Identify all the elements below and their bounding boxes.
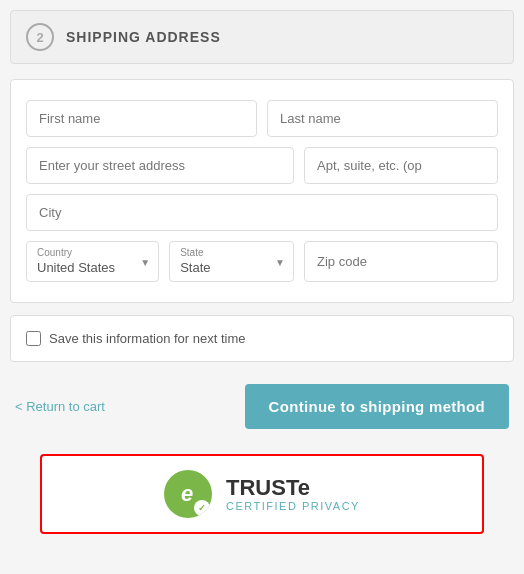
truste-e-letter: e bbox=[181, 481, 193, 507]
truste-subtitle: CERTIFIED PRIVACY bbox=[226, 500, 360, 512]
truste-check-icon: ✓ bbox=[194, 500, 210, 516]
state-select[interactable]: State State ▼ bbox=[169, 241, 294, 282]
country-label: Country bbox=[37, 247, 72, 258]
country-dropdown-icon: ▼ bbox=[140, 256, 150, 267]
truste-logo-icon: e ✓ bbox=[164, 470, 212, 518]
country-select[interactable]: Country United States ▼ bbox=[26, 241, 159, 282]
state-value: State bbox=[180, 260, 263, 275]
save-info-row: Save this information for next time bbox=[10, 315, 514, 362]
first-name-input[interactable] bbox=[26, 100, 257, 137]
street-input[interactable] bbox=[26, 147, 294, 184]
truste-badge: e ✓ TRUSTe CERTIFIED PRIVACY bbox=[40, 454, 484, 534]
form-section: Country United States ▼ State State ▼ bbox=[10, 79, 514, 303]
truste-text: TRUSTe CERTIFIED PRIVACY bbox=[226, 476, 360, 512]
zip-input[interactable] bbox=[304, 241, 498, 282]
truste-name: TRUSTe bbox=[226, 476, 360, 500]
address-row bbox=[26, 147, 498, 184]
section-title: SHIPPING ADDRESS bbox=[66, 29, 221, 45]
location-row: Country United States ▼ State State ▼ bbox=[26, 241, 498, 282]
continue-button[interactable]: Continue to shipping method bbox=[245, 384, 509, 429]
city-input[interactable] bbox=[26, 194, 498, 231]
country-value: United States bbox=[37, 260, 128, 275]
city-row bbox=[26, 194, 498, 231]
step-number: 2 bbox=[36, 30, 43, 45]
apt-input[interactable] bbox=[304, 147, 498, 184]
actions-row: < Return to cart Continue to shipping me… bbox=[10, 374, 514, 439]
page-container: 2 SHIPPING ADDRESS Country United States… bbox=[0, 0, 524, 544]
step-circle: 2 bbox=[26, 23, 54, 51]
name-row bbox=[26, 100, 498, 137]
last-name-input[interactable] bbox=[267, 100, 498, 137]
section-header: 2 SHIPPING ADDRESS bbox=[10, 10, 514, 64]
save-info-label: Save this information for next time bbox=[49, 331, 246, 346]
state-label: State bbox=[180, 247, 203, 258]
state-dropdown-icon: ▼ bbox=[275, 256, 285, 267]
return-to-cart-link[interactable]: < Return to cart bbox=[15, 399, 105, 414]
save-info-checkbox[interactable] bbox=[26, 331, 41, 346]
